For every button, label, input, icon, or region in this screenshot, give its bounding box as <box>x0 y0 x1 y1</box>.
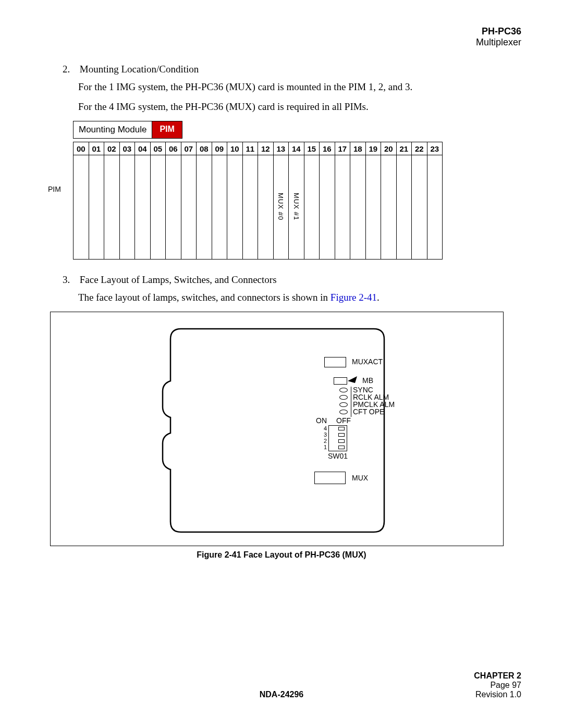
footer-page: Page 97 <box>474 681 521 690</box>
slot-cell-09 <box>212 155 227 260</box>
section-2-para-1: For the 1 IMG system, the PH-PC36 (MUX) … <box>78 81 521 93</box>
dip-slider-1 <box>338 446 345 449</box>
slot-head-22: 22 <box>412 142 427 155</box>
section-3-title: Face Layout of Lamps, Switches, and Conn… <box>80 274 277 285</box>
slot-head-17: 17 <box>335 142 350 155</box>
label-mux: MUX <box>352 474 368 482</box>
page-footer: NDA-24296 CHAPTER 2 Page 97 Revision 1.0 <box>42 690 521 699</box>
slot-head-08: 08 <box>197 142 212 155</box>
slot-cell-20 <box>381 155 397 260</box>
slot-cell-21 <box>396 155 412 260</box>
card-outline <box>160 324 395 537</box>
slot-head-01: 01 <box>89 142 104 155</box>
slot-head-03: 03 <box>119 142 135 155</box>
footer-chapter: CHAPTER 2 <box>474 671 521 681</box>
slot-head-14: 14 <box>289 142 304 155</box>
slot-cell-07 <box>181 155 197 260</box>
header-subtitle: Multiplexer <box>42 37 521 48</box>
slot-cell-03 <box>119 155 135 260</box>
slot-head-11: 11 <box>242 142 258 155</box>
slot-head-10: 10 <box>227 142 243 155</box>
figure-caption: Figure 2-41 Face Layout of PH-PC36 (MUX) <box>42 550 521 560</box>
section-3-heading: 3. Face Layout of Lamps, Switches, and C… <box>63 274 521 286</box>
figure-link[interactable]: Figure 2-41 <box>331 292 377 303</box>
header-title: PH-PC36 <box>42 26 521 37</box>
lamp-rclk <box>339 395 348 400</box>
slot-cell-12 <box>258 155 274 260</box>
mux-connector <box>314 472 346 484</box>
slot-table: 0001020304050607080910111213141516171819… <box>73 142 443 260</box>
section-2-number: 2. <box>63 64 77 75</box>
slot-cell-23 <box>427 155 443 260</box>
dip-slider-4 <box>338 427 345 430</box>
label-off: OFF <box>336 416 351 425</box>
dip-slider-2 <box>338 439 345 443</box>
slot-cell-17 <box>335 155 350 260</box>
mb-switch-body <box>334 377 347 385</box>
page-header: PH-PC36 Multiplexer <box>42 26 521 48</box>
slot-head-09: 09 <box>212 142 227 155</box>
slot-head-19: 19 <box>365 142 381 155</box>
slot-head-05: 05 <box>150 142 166 155</box>
muxact-box <box>324 357 346 367</box>
slot-cell-22 <box>412 155 427 260</box>
slot-head-12: 12 <box>258 142 274 155</box>
slot-cell-label: MUX #0 <box>277 193 285 220</box>
slot-cell-13: MUX #0 <box>273 155 289 260</box>
slot-cell-10 <box>227 155 243 260</box>
slot-cell-08 <box>197 155 212 260</box>
section-3-text-a: The face layout of lamps, switches, and … <box>78 292 331 303</box>
slot-cell-06 <box>166 155 181 260</box>
slot-head-23: 23 <box>427 142 443 155</box>
slot-head-06: 06 <box>166 142 181 155</box>
section-3-text-b: . <box>377 292 380 303</box>
slot-head-02: 02 <box>104 142 120 155</box>
slot-head-15: 15 <box>304 142 320 155</box>
slot-cell-01 <box>89 155 104 260</box>
slot-cell-11 <box>242 155 258 260</box>
lamp-pmclk <box>339 402 348 407</box>
section-3-para: The face layout of lamps, switches, and … <box>78 292 521 303</box>
label-on: ON <box>316 416 327 425</box>
slot-cell-18 <box>350 155 366 260</box>
slot-head-07: 07 <box>181 142 197 155</box>
footer-rev: Revision 1.0 <box>474 690 521 699</box>
section-2-para-2: For the 4 IMG system, the PH-PC36 (MUX) … <box>78 101 521 113</box>
lamp-cft <box>339 410 348 414</box>
dip-slider-3 <box>338 433 345 437</box>
label-mb: MB <box>362 376 373 385</box>
dip-1: 1 <box>324 444 327 450</box>
dip-4: 4 <box>324 425 327 431</box>
dip-3: 3 <box>324 431 327 438</box>
slot-cell-label: MUX #1 <box>292 193 300 220</box>
section-2-heading: 2. Mounting Location/Condition <box>63 64 521 75</box>
figure-frame: MUXACT MB SYNC RCLK ALM PMCLK ALM CFT OP… <box>50 312 504 546</box>
section-3-number: 3. <box>63 274 77 286</box>
slot-diagram: Mounting Module PIM 00010203040506070809… <box>73 121 521 260</box>
pim-badge: PIM <box>152 121 182 139</box>
slot-cell-15 <box>304 155 320 260</box>
section-2-title: Mounting Location/Condition <box>80 64 199 75</box>
slot-head-00: 00 <box>74 142 89 155</box>
label-sw01: SW01 <box>328 452 348 460</box>
slot-cell-19 <box>365 155 381 260</box>
slot-head-21: 21 <box>396 142 412 155</box>
slot-cell-14: MUX #1 <box>289 155 304 260</box>
slot-cell-02 <box>104 155 120 260</box>
lamp-sync <box>339 388 348 392</box>
dip-2: 2 <box>324 438 327 444</box>
slot-head-16: 16 <box>320 142 335 155</box>
slot-head-13: 13 <box>273 142 289 155</box>
slot-cell-00 <box>74 155 89 260</box>
pim-side-label: PIM <box>48 185 61 193</box>
lamp-divider <box>351 387 351 417</box>
mounting-module-label: Mounting Module <box>73 121 152 139</box>
slot-head-18: 18 <box>350 142 366 155</box>
slot-cell-05 <box>150 155 166 260</box>
slot-head-04: 04 <box>135 142 151 155</box>
slot-cell-16 <box>320 155 335 260</box>
slot-head-20: 20 <box>381 142 397 155</box>
label-muxact: MUXACT <box>352 357 383 366</box>
footer-doc: NDA-24296 <box>42 690 521 699</box>
label-cft: CFT OPE <box>353 408 384 416</box>
